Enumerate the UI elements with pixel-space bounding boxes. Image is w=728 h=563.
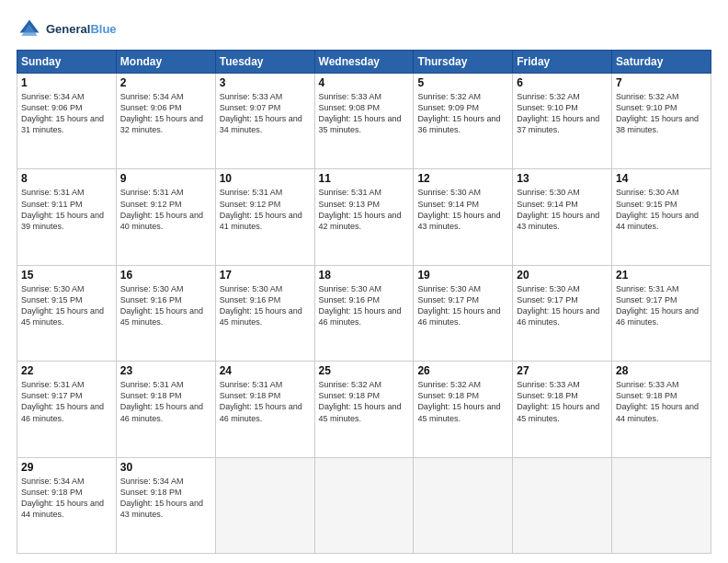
day-number: 26 <box>417 364 508 377</box>
calendar-cell: 8Sunrise: 5:31 AMSunset: 9:11 PMDaylight… <box>17 169 117 265</box>
day-info: Sunrise: 5:32 AMSunset: 9:18 PMDaylight:… <box>417 379 508 424</box>
calendar-cell: 22Sunrise: 5:31 AMSunset: 9:17 PMDayligh… <box>17 362 117 457</box>
logo: GeneralBlue <box>17 17 117 42</box>
day-info: Sunrise: 5:33 AMSunset: 9:07 PMDaylight:… <box>220 91 311 136</box>
day-number: 12 <box>417 172 508 185</box>
calendar-cell: 13Sunrise: 5:30 AMSunset: 9:14 PMDayligh… <box>513 169 612 265</box>
day-number: 16 <box>120 269 211 282</box>
calendar-cell: 28Sunrise: 5:33 AMSunset: 9:18 PMDayligh… <box>612 362 711 457</box>
calendar-cell: 19Sunrise: 5:30 AMSunset: 9:17 PMDayligh… <box>414 265 513 361</box>
day-info: Sunrise: 5:34 AMSunset: 9:06 PMDaylight:… <box>21 91 112 136</box>
day-number: 4 <box>319 76 410 89</box>
day-info: Sunrise: 5:31 AMSunset: 9:13 PMDaylight:… <box>319 187 410 232</box>
calendar-cell: 20Sunrise: 5:30 AMSunset: 9:17 PMDayligh… <box>513 265 612 361</box>
calendar-cell: 2Sunrise: 5:34 AMSunset: 9:06 PMDaylight… <box>116 74 215 169</box>
col-header-monday: Monday <box>116 51 215 74</box>
day-number: 17 <box>220 269 311 282</box>
day-number: 11 <box>319 172 410 185</box>
day-number: 5 <box>417 76 508 89</box>
day-number: 22 <box>21 364 112 377</box>
page: GeneralBlue SundayMondayTuesdayWednesday… <box>0 0 728 563</box>
day-info: Sunrise: 5:30 AMSunset: 9:17 PMDaylight:… <box>417 283 508 328</box>
calendar-cell: 26Sunrise: 5:32 AMSunset: 9:18 PMDayligh… <box>414 362 513 457</box>
day-number: 19 <box>417 269 508 282</box>
calendar-cell: 7Sunrise: 5:32 AMSunset: 9:10 PMDaylight… <box>612 74 711 169</box>
calendar-week-2: 8Sunrise: 5:31 AMSunset: 9:11 PMDaylight… <box>17 169 711 265</box>
calendar-cell: 15Sunrise: 5:30 AMSunset: 9:15 PMDayligh… <box>17 265 117 361</box>
day-number: 9 <box>120 172 211 185</box>
day-number: 1 <box>21 76 112 89</box>
day-number: 21 <box>616 269 707 282</box>
calendar-cell <box>513 457 612 553</box>
day-info: Sunrise: 5:31 AMSunset: 9:12 PMDaylight:… <box>220 187 311 232</box>
day-number: 28 <box>616 364 707 377</box>
day-info: Sunrise: 5:32 AMSunset: 9:09 PMDaylight:… <box>417 91 508 136</box>
header: GeneralBlue <box>17 17 711 42</box>
day-number: 20 <box>517 269 608 282</box>
day-number: 10 <box>220 172 311 185</box>
calendar-week-5: 29Sunrise: 5:34 AMSunset: 9:18 PMDayligh… <box>17 457 711 553</box>
day-number: 24 <box>220 364 311 377</box>
day-info: Sunrise: 5:33 AMSunset: 9:18 PMDaylight:… <box>616 379 707 424</box>
calendar-cell <box>612 457 711 553</box>
calendar-cell: 9Sunrise: 5:31 AMSunset: 9:12 PMDaylight… <box>116 169 215 265</box>
day-number: 8 <box>21 172 112 185</box>
calendar-cell: 17Sunrise: 5:30 AMSunset: 9:16 PMDayligh… <box>215 265 314 361</box>
day-number: 6 <box>517 76 608 89</box>
day-info: Sunrise: 5:31 AMSunset: 9:18 PMDaylight:… <box>120 379 211 424</box>
calendar-cell: 12Sunrise: 5:30 AMSunset: 9:14 PMDayligh… <box>414 169 513 265</box>
day-number: 3 <box>220 76 311 89</box>
calendar-cell: 5Sunrise: 5:32 AMSunset: 9:09 PMDaylight… <box>414 74 513 169</box>
col-header-wednesday: Wednesday <box>314 51 414 74</box>
day-info: Sunrise: 5:33 AMSunset: 9:08 PMDaylight:… <box>319 91 410 136</box>
calendar-cell: 10Sunrise: 5:31 AMSunset: 9:12 PMDayligh… <box>215 169 314 265</box>
day-number: 27 <box>517 364 608 377</box>
calendar-cell: 1Sunrise: 5:34 AMSunset: 9:06 PMDaylight… <box>17 74 117 169</box>
logo-icon <box>17 17 42 42</box>
col-header-thursday: Thursday <box>414 51 513 74</box>
calendar-week-4: 22Sunrise: 5:31 AMSunset: 9:17 PMDayligh… <box>17 362 711 457</box>
logo-text: GeneralBlue <box>46 23 117 36</box>
day-info: Sunrise: 5:31 AMSunset: 9:17 PMDaylight:… <box>21 379 112 424</box>
col-header-tuesday: Tuesday <box>215 51 314 74</box>
day-number: 18 <box>319 269 410 282</box>
day-info: Sunrise: 5:31 AMSunset: 9:18 PMDaylight:… <box>220 379 311 424</box>
day-number: 25 <box>319 364 410 377</box>
calendar-cell: 16Sunrise: 5:30 AMSunset: 9:16 PMDayligh… <box>116 265 215 361</box>
calendar-week-1: 1Sunrise: 5:34 AMSunset: 9:06 PMDaylight… <box>17 74 711 169</box>
day-info: Sunrise: 5:30 AMSunset: 9:14 PMDaylight:… <box>417 187 508 232</box>
day-info: Sunrise: 5:30 AMSunset: 9:16 PMDaylight:… <box>120 283 211 328</box>
day-number: 14 <box>616 172 707 185</box>
col-header-saturday: Saturday <box>612 51 711 74</box>
calendar-cell: 29Sunrise: 5:34 AMSunset: 9:18 PMDayligh… <box>17 457 117 553</box>
calendar-cell: 30Sunrise: 5:34 AMSunset: 9:18 PMDayligh… <box>116 457 215 553</box>
day-info: Sunrise: 5:34 AMSunset: 9:18 PMDaylight:… <box>21 476 112 521</box>
day-number: 15 <box>21 269 112 282</box>
day-info: Sunrise: 5:30 AMSunset: 9:15 PMDaylight:… <box>21 283 112 328</box>
calendar-cell <box>215 457 314 553</box>
col-header-friday: Friday <box>513 51 612 74</box>
day-info: Sunrise: 5:32 AMSunset: 9:10 PMDaylight:… <box>517 91 608 136</box>
day-info: Sunrise: 5:32 AMSunset: 9:18 PMDaylight:… <box>319 379 410 424</box>
col-header-sunday: Sunday <box>17 51 117 74</box>
day-number: 7 <box>616 76 707 89</box>
day-info: Sunrise: 5:30 AMSunset: 9:17 PMDaylight:… <box>517 283 608 328</box>
calendar-cell: 4Sunrise: 5:33 AMSunset: 9:08 PMDaylight… <box>314 74 414 169</box>
calendar-cell: 25Sunrise: 5:32 AMSunset: 9:18 PMDayligh… <box>314 362 414 457</box>
calendar-cell <box>314 457 414 553</box>
day-number: 30 <box>120 461 211 474</box>
day-info: Sunrise: 5:34 AMSunset: 9:18 PMDaylight:… <box>120 476 211 521</box>
day-info: Sunrise: 5:30 AMSunset: 9:16 PMDaylight:… <box>319 283 410 328</box>
calendar-table: SundayMondayTuesdayWednesdayThursdayFrid… <box>17 50 711 554</box>
calendar-week-3: 15Sunrise: 5:30 AMSunset: 9:15 PMDayligh… <box>17 265 711 361</box>
day-info: Sunrise: 5:34 AMSunset: 9:06 PMDaylight:… <box>120 91 211 136</box>
calendar-cell: 6Sunrise: 5:32 AMSunset: 9:10 PMDaylight… <box>513 74 612 169</box>
day-number: 13 <box>517 172 608 185</box>
calendar-cell: 27Sunrise: 5:33 AMSunset: 9:18 PMDayligh… <box>513 362 612 457</box>
day-number: 29 <box>21 461 112 474</box>
calendar-cell <box>414 457 513 553</box>
day-number: 2 <box>120 76 211 89</box>
calendar-cell: 3Sunrise: 5:33 AMSunset: 9:07 PMDaylight… <box>215 74 314 169</box>
calendar-cell: 21Sunrise: 5:31 AMSunset: 9:17 PMDayligh… <box>612 265 711 361</box>
day-info: Sunrise: 5:31 AMSunset: 9:11 PMDaylight:… <box>21 187 112 232</box>
